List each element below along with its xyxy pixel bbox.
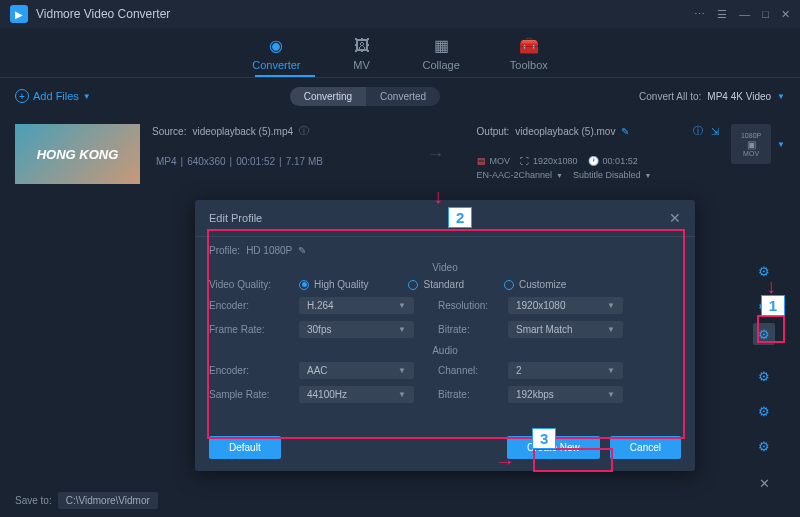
feedback-icon[interactable]: ⋯ (694, 8, 705, 21)
channel-select[interactable]: 2▼ (508, 362, 623, 379)
save-to-label: Save to: (15, 495, 52, 506)
compress-icon[interactable]: ⇲ (711, 126, 719, 137)
quality-label: Video Quality: (209, 279, 291, 290)
red-arrow-2: ↓ (433, 185, 443, 208)
nav-converter[interactable]: ◉ Converter (252, 35, 300, 71)
source-filename: videoplayback (5).mp4 (192, 126, 293, 137)
framerate-select[interactable]: 30fps▼ (299, 321, 414, 338)
bottom-bar: Save to: C:\Vidmore\Vidmor (15, 492, 158, 509)
profile-label: Profile: (209, 245, 240, 256)
audio-encoder-label: Encoder: (209, 365, 291, 376)
mv-icon: 🖼 (351, 35, 373, 57)
convert-all-to: Convert All to: MP4 4K Video ▼ (639, 91, 785, 102)
tab-converting[interactable]: Converting (290, 87, 366, 106)
cancel-button[interactable]: Cancel (610, 436, 681, 459)
audio-encoder-select[interactable]: AAC▼ (299, 362, 414, 379)
audio-bitrate-select[interactable]: 192kbps▼ (508, 386, 623, 403)
convert-format-select[interactable]: MP4 4K Video ▼ (707, 91, 785, 102)
nav-label: MV (353, 59, 370, 71)
video-encoder-select[interactable]: H.264▼ (299, 297, 414, 314)
save-path-field[interactable]: C:\Vidmore\Vidmor (58, 492, 158, 509)
resolution-icon: ⛶ (520, 156, 529, 166)
edit-icon[interactable]: ✎ (298, 245, 306, 256)
audio-section-title: Audio (209, 345, 681, 356)
samplerate-label: Sample Rate: (209, 389, 291, 400)
video-section-title: Video (209, 262, 681, 273)
encoder-label: Encoder: (209, 300, 291, 311)
tab-converted[interactable]: Converted (366, 87, 440, 106)
samplerate-select[interactable]: 44100Hz▼ (299, 386, 414, 403)
maximize-icon[interactable]: □ (762, 8, 769, 21)
radio-standard[interactable]: Standard (408, 279, 464, 290)
titlebar: ▶ Vidmore Video Converter ⋯ ☰ — □ ✕ (0, 0, 800, 28)
nav-mv[interactable]: 🖼 MV (351, 35, 373, 71)
audio-bitrate-label: Bitrate: (438, 389, 500, 400)
radio-customize[interactable]: Customize (504, 279, 566, 290)
modal-header: Edit Profile ✕ (195, 200, 695, 237)
callout-1: 1 (761, 295, 785, 316)
output-filename: videoplayback (5).mov (515, 126, 615, 137)
modal-body: Profile: HD 1080P ✎ Video Encoder: Video… (195, 237, 695, 424)
close-icon[interactable]: ✕ (781, 8, 790, 21)
nav-label: Toolbox (510, 59, 548, 71)
chevron-down-icon[interactable]: ▼ (645, 172, 652, 179)
bitrate-label: Bitrate: (438, 324, 500, 335)
file-row: HONG KONG Source: videoplayback (5).mp4 … (15, 124, 785, 184)
video-bitrate-select[interactable]: Smart Match▼ (508, 321, 623, 338)
callout-3: 3 (532, 428, 556, 449)
chevron-down-icon: ▼ (83, 92, 91, 101)
close-icon[interactable]: ✕ (669, 210, 681, 226)
delete-icon[interactable]: ✕ (753, 472, 775, 494)
toolbox-icon: 🧰 (518, 35, 540, 57)
window-controls: ⋯ ☰ — □ ✕ (694, 8, 790, 21)
source-label: Source: (152, 126, 186, 137)
chevron-down-icon[interactable]: ▼ (556, 172, 563, 179)
radio-high-quality[interactable]: High Quality (299, 279, 368, 290)
info-icon[interactable]: ⓘ (299, 124, 309, 138)
edit-profile-modal: Edit Profile ✕ Profile: HD 1080P ✎ Video… (195, 200, 695, 471)
gear-icon[interactable]: ⚙ (753, 365, 775, 387)
main-nav: ◉ Converter 🖼 MV ▦ Collage 🧰 Toolbox (0, 28, 800, 78)
tab-group: Converting Converted (290, 87, 441, 106)
menu-icon[interactable]: ☰ (717, 8, 727, 21)
profile-value: HD 1080P (246, 245, 292, 256)
output-format-badge[interactable]: 1080P ▣ MOV (731, 124, 771, 164)
source-info: Source: videoplayback (5).mp4 ⓘ MP4|640x… (152, 124, 395, 167)
toolbar: + Add Files ▼ Converting Converted Conve… (0, 78, 800, 114)
red-arrow-3: → (495, 450, 515, 473)
converter-icon: ◉ (265, 35, 287, 57)
format-icon: ▤ (477, 156, 486, 166)
edit-icon[interactable]: ✎ (621, 126, 629, 137)
nav-label: Converter (252, 59, 300, 71)
nav-collage[interactable]: ▦ Collage (423, 35, 460, 71)
video-thumbnail[interactable]: HONG KONG (15, 124, 140, 184)
convert-label: Convert All to: (639, 91, 701, 102)
framerate-label: Frame Rate: (209, 324, 291, 335)
output-info: Output: videoplayback (5).mov ✎ ⓘ ⇲ ▤MOV… (477, 124, 720, 180)
modal-footer: Default Create New Cancel (195, 424, 695, 471)
callout-2: 2 (448, 207, 472, 228)
app-title: Vidmore Video Converter (36, 7, 694, 21)
convert-value: MP4 4K Video (707, 91, 771, 102)
chevron-down-icon[interactable]: ▼ (777, 140, 785, 149)
modal-title: Edit Profile (209, 212, 669, 224)
channel-label: Channel: (438, 365, 500, 376)
default-button[interactable]: Default (209, 436, 281, 459)
add-files-button[interactable]: + Add Files ▼ (15, 89, 91, 103)
nav-label: Collage (423, 59, 460, 71)
plus-icon: + (15, 89, 29, 103)
gear-icon[interactable]: ⚙ (753, 435, 775, 457)
minimize-icon[interactable]: — (739, 8, 750, 21)
chevron-down-icon: ▼ (777, 92, 785, 101)
gear-icon[interactable]: ⚙ (753, 400, 775, 422)
resolution-label: Resolution: (438, 300, 500, 311)
info-icon[interactable]: ⓘ (693, 124, 703, 138)
add-files-label: Add Files (33, 90, 79, 102)
app-logo: ▶ (10, 5, 28, 23)
source-meta: MP4|640x360|00:01:52|7.17 MB (152, 156, 395, 167)
resolution-select[interactable]: 1920x1080▼ (508, 297, 623, 314)
output-label: Output: (477, 126, 510, 137)
collage-icon: ▦ (430, 35, 452, 57)
gear-icon-active[interactable]: ⚙ (753, 323, 775, 345)
nav-toolbox[interactable]: 🧰 Toolbox (510, 35, 548, 71)
